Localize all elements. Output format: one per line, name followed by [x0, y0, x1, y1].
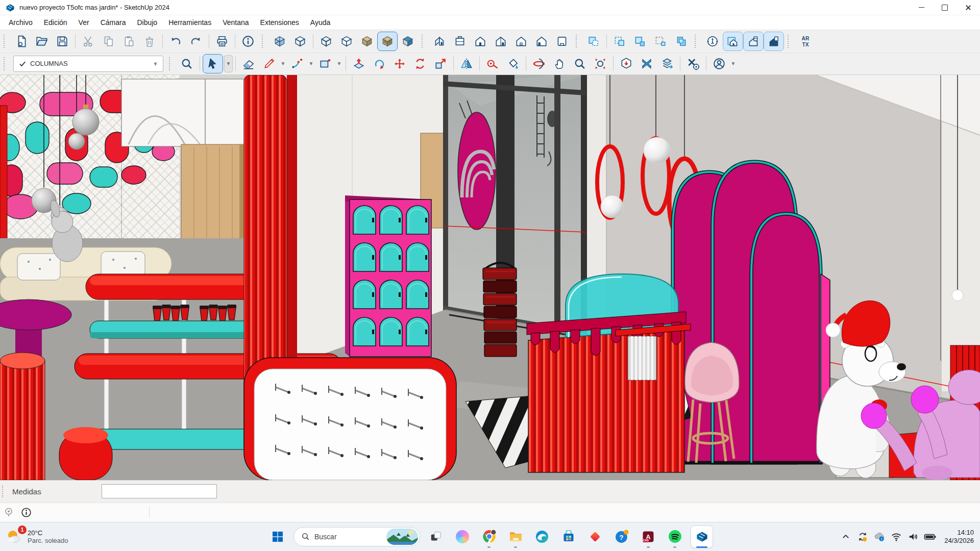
red-diamond-app-taskbar-button[interactable]: [584, 526, 606, 547]
arc-tool-button[interactable]: [287, 54, 307, 73]
artx-plugin-button[interactable]: ARTX: [795, 32, 816, 51]
model-info-button[interactable]: [238, 32, 258, 51]
squares-tool-2-button[interactable]: [609, 32, 630, 51]
3d-warehouse-button[interactable]: [616, 54, 636, 73]
get-help-app-taskbar-button[interactable]: ?: [611, 526, 632, 547]
shaded-with-textures-button[interactable]: [377, 32, 398, 51]
monochrome-button[interactable]: [398, 32, 418, 51]
zoom-tool-button[interactable]: [570, 54, 590, 73]
windows-update-button[interactable]: [856, 530, 869, 543]
toolbar-drag-handle[interactable]: [262, 35, 267, 48]
right-view-button[interactable]: [491, 32, 511, 51]
redo-button[interactable]: [186, 32, 206, 51]
menu-ventana[interactable]: Ventana: [217, 15, 254, 30]
orbit-tool-button[interactable]: [529, 54, 549, 73]
eraser-tool-button[interactable]: [238, 54, 259, 73]
rectangle-tool-button[interactable]: [315, 54, 335, 73]
overlay-toggle-1-button[interactable]: [723, 32, 743, 51]
maximize-button[interactable]: [933, 0, 957, 15]
viewport[interactable]: [0, 75, 980, 480]
tag-dropdown[interactable]: COLUMNAS ▼: [13, 56, 163, 72]
push-pull-tool-button[interactable]: [349, 54, 369, 73]
close-button[interactable]: [957, 0, 980, 15]
front-view-button[interactable]: [470, 32, 491, 51]
rectangle-tool-dropdown[interactable]: ▼: [335, 55, 343, 72]
rotate-tool-button[interactable]: [410, 54, 430, 73]
microsoft-store-taskbar-button[interactable]: [558, 526, 579, 547]
xray-mode-button[interactable]: [270, 32, 290, 51]
arc-tool-dropdown[interactable]: ▼: [307, 55, 315, 72]
volume-button[interactable]: [906, 530, 920, 543]
copilot-taskbar-button[interactable]: [452, 526, 473, 547]
toolbar-drag-handle[interactable]: [169, 57, 174, 70]
menu-edicion[interactable]: Edición: [38, 15, 73, 30]
edge-taskbar-button[interactable]: [531, 526, 553, 547]
flip-tool-button[interactable]: [456, 54, 477, 73]
menu-dibujo[interactable]: Dibujo: [131, 15, 163, 30]
start-taskbar-button[interactable]: [267, 526, 288, 547]
back-view-button[interactable]: [511, 32, 531, 51]
scale-tool-button[interactable]: [430, 54, 451, 73]
delete-button[interactable]: [139, 32, 160, 51]
squares-tool-4-button[interactable]: [650, 32, 671, 51]
account-dropdown[interactable]: ▼: [729, 55, 737, 72]
paste-button[interactable]: [119, 32, 139, 51]
menu-camara[interactable]: Cámara: [95, 15, 132, 30]
pan-tool-button[interactable]: [549, 54, 570, 73]
search-commands-button[interactable]: [177, 54, 197, 73]
spotify-taskbar-button[interactable]: [664, 526, 685, 547]
move-tool-button[interactable]: [389, 54, 410, 73]
toolbar-drag-handle[interactable]: [788, 35, 793, 48]
menu-ayuda[interactable]: Ayuda: [305, 15, 336, 30]
squares-tool-3-button[interactable]: [630, 32, 650, 51]
menu-herramientas[interactable]: Herramientas: [163, 15, 217, 30]
weather-widget[interactable]: 1: [5, 528, 23, 546]
undo-button[interactable]: [165, 32, 186, 51]
line-tool-button[interactable]: [259, 54, 279, 73]
wireframe-button[interactable]: [316, 32, 336, 51]
menu-ver[interactable]: Ver: [73, 15, 95, 30]
toolbar-drag-handle[interactable]: [695, 35, 700, 48]
taskbar-clock[interactable]: 14:10 24/3/2026: [944, 529, 974, 545]
measurements-input[interactable]: [102, 484, 217, 498]
extension-manager-button[interactable]: [683, 54, 703, 73]
hidden-line-button[interactable]: [336, 32, 357, 51]
tray-overflow-chevron-button[interactable]: [839, 530, 852, 543]
onedrive-button[interactable]: i: [873, 530, 886, 543]
viewport-canvas[interactable]: [0, 75, 980, 480]
overlay-toggle-3-button[interactable]: [764, 32, 784, 51]
wifi-button[interactable]: [890, 530, 903, 543]
geolocation-button[interactable]: [0, 505, 17, 520]
left-view-button[interactable]: [531, 32, 552, 51]
select-tool-button[interactable]: [203, 54, 223, 73]
zoom-extents-button[interactable]: [590, 54, 610, 73]
save-file-button[interactable]: [52, 32, 72, 51]
share-model-button[interactable]: [657, 54, 677, 73]
battery-button[interactable]: [923, 530, 937, 543]
toolbar-drag-handle[interactable]: [422, 35, 427, 48]
line-tool-dropdown[interactable]: ▼: [279, 55, 287, 72]
extension-warehouse-button[interactable]: [636, 54, 657, 73]
file-explorer-taskbar-button[interactable]: [505, 526, 526, 547]
new-file-button[interactable]: [11, 32, 32, 51]
camera-walk-tool-button[interactable]: [702, 32, 723, 51]
copy-button[interactable]: [99, 32, 119, 51]
paint-bucket-tool-button[interactable]: [503, 54, 523, 73]
menu-extensiones[interactable]: Extensiones: [255, 15, 305, 30]
autocad-taskbar-button[interactable]: ACAD: [638, 526, 659, 547]
squares-tool-5-button[interactable]: [671, 32, 691, 51]
tape-measure-tool-button[interactable]: [482, 54, 503, 73]
drag-handle[interactable]: [2, 485, 7, 497]
minimize-button[interactable]: [910, 0, 933, 15]
credits-info-button[interactable]: [17, 505, 35, 520]
cut-button[interactable]: [78, 32, 99, 51]
toolbar-drag-handle[interactable]: [576, 35, 581, 48]
account-button[interactable]: [709, 54, 729, 73]
sketchup-taskbar-button[interactable]: [691, 525, 713, 548]
back-edges-button[interactable]: [290, 32, 310, 51]
menu-archivo[interactable]: Archivo: [3, 15, 38, 30]
open-file-button[interactable]: [32, 32, 52, 51]
toolbar-drag-handle[interactable]: [4, 57, 9, 70]
iso-view-button[interactable]: [429, 32, 450, 51]
chrome-taskbar-button[interactable]: [478, 526, 500, 547]
